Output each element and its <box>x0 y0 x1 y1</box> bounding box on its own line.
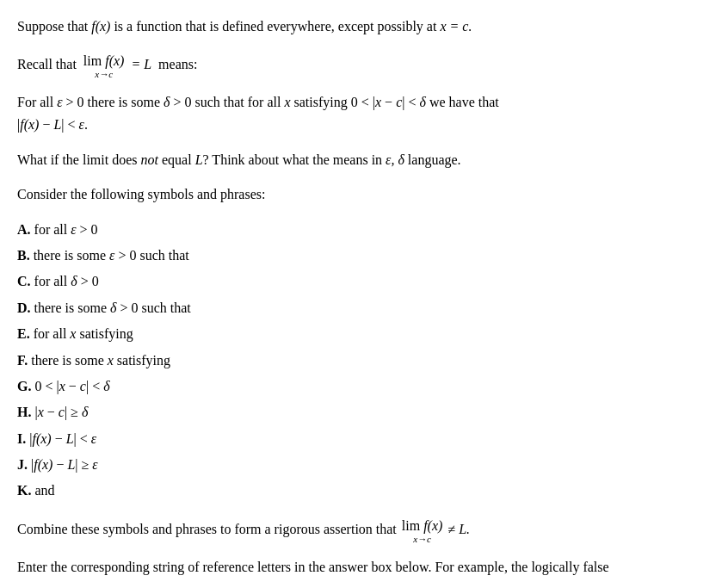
list-item: J. |f(x) − L| ≥ ε <box>17 454 705 476</box>
list-item: A. for all ε > 0 <box>17 219 705 241</box>
item-label-i: I. <box>17 431 26 446</box>
equals-L: = L <box>131 53 151 76</box>
not-equal-lang: language. <box>404 152 461 167</box>
item-label-a: A. <box>17 222 31 237</box>
not-equal-text-1: What if the limit does <box>17 152 141 167</box>
list-item: G. 0 < |x − c| < δ <box>17 375 705 398</box>
not-equal-L: L <box>195 152 203 167</box>
list-item: H. |x − c| ≥ δ <box>17 401 705 424</box>
item-label-j: J. <box>17 457 28 472</box>
intro-fx: f(x) <box>91 19 110 34</box>
list-item: C. for all δ > 0 <box>17 270 705 293</box>
means-text: means: <box>158 53 197 76</box>
not-equal-text-2: equal <box>158 152 195 167</box>
not-word: not <box>141 152 158 167</box>
item-label-e: E. <box>17 326 30 341</box>
epsilon-delta-lang: ε, δ <box>386 152 404 167</box>
item-label-b: B. <box>17 248 30 263</box>
recall-label: Recall that <box>17 53 77 76</box>
main-content: Suppose that f(x) is a function that is … <box>17 15 705 588</box>
consider-text: Consider the following symbols and phras… <box>17 187 265 201</box>
definition-paragraph: For all ε > 0 there is some δ > 0 such t… <box>17 91 705 137</box>
list-item: K. and <box>17 480 705 502</box>
combine-text: Combine these symbols and phrases to for… <box>17 518 397 541</box>
symbols-list: A. for all ε > 0 B. there is some ε > 0 … <box>17 219 705 503</box>
item-label-h: H. <box>17 405 31 419</box>
enter-text-1: Enter the corresponding string of refere… <box>17 560 609 574</box>
list-item: E. for all x satisfying <box>17 323 705 345</box>
lim-subscript: x→c <box>95 70 113 79</box>
intro-xc: x = c. <box>440 19 472 34</box>
intro-text-1: Suppose that <box>17 19 91 34</box>
item-label-k: K. <box>17 483 31 498</box>
combine-neq-L: ≠ L. <box>447 518 470 541</box>
enter-paragraph: Enter the corresponding string of refere… <box>17 556 705 579</box>
intro-paragraph: Suppose that f(x) is a function that is … <box>17 15 705 38</box>
def-conclusion: |f(x) − L| < ε. <box>17 117 88 132</box>
def-forall: For all ε > 0 there is some δ > 0 such t… <box>17 95 499 109</box>
combine-lim-expression: lim f(x) x→c <box>402 515 443 544</box>
lim-expression: lim f(x) x→c <box>83 50 125 79</box>
consider-paragraph: Consider the following symbols and phras… <box>17 183 705 206</box>
not-equal-paragraph: What if the limit does not equal L? Thin… <box>17 149 705 171</box>
combine-line: Combine these symbols and phrases to for… <box>17 515 705 544</box>
list-item: D. there is some δ > 0 such that <box>17 297 705 319</box>
list-item: F. there is some x satisfying <box>17 350 705 372</box>
item-label-d: D. <box>17 300 31 315</box>
list-item: B. there is some ε > 0 such that <box>17 244 705 267</box>
not-equal-end: ? Think about what the means in <box>203 152 386 167</box>
intro-text-2: is a function that is defined everywhere… <box>110 19 440 34</box>
combine-lim-sub: x→c <box>413 535 431 544</box>
list-item: I. |f(x) − L| < ε <box>17 428 705 450</box>
item-label-g: G. <box>17 379 31 393</box>
item-label-f: F. <box>17 353 28 368</box>
item-label-c: C. <box>17 274 31 288</box>
recall-line: Recall that lim f(x) x→c = L means: <box>17 50 705 79</box>
